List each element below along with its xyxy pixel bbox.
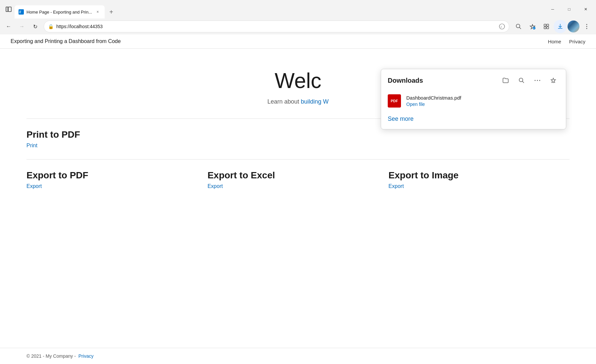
title-bar: // Home Page - Exporting and Prin... × +… (0, 0, 596, 19)
svg-text://: // (19, 10, 21, 14)
svg-point-20 (535, 80, 536, 81)
see-more-link[interactable]: See more (388, 115, 414, 122)
export-image-link[interactable]: Export (388, 183, 404, 189)
downloads-search-button[interactable] (516, 74, 527, 86)
site-nav: Exporting and Printing a Dashboard from … (0, 34, 596, 49)
url-bar[interactable]: 🔒 https://localhost:44353 ♪ (44, 21, 509, 32)
svg-text:+: + (533, 27, 535, 29)
svg-point-17 (586, 28, 587, 29)
url-text: https://localhost:44353 (56, 24, 496, 29)
svg-rect-1 (8, 7, 11, 12)
profile-button[interactable] (568, 21, 579, 32)
svg-point-16 (586, 26, 587, 27)
site-brand: Exporting and Printing a Dashboard from … (11, 38, 121, 44)
hero-subtitle-text: Learn about (267, 98, 301, 105)
export-image-item: Export to Image Export (388, 170, 570, 189)
read-aloud-icon: ♪ (499, 23, 505, 29)
back-button[interactable]: ← (3, 21, 15, 32)
export-pdf-heading: Export to PDF (26, 170, 208, 181)
export-pdf-item: Export to PDF Export (26, 170, 208, 189)
browser-chrome: // Home Page - Exporting and Prin... × +… (0, 0, 596, 364)
svg-rect-12 (544, 27, 546, 29)
export-pdf-link[interactable]: Export (26, 183, 42, 189)
nav-link-privacy[interactable]: Privacy (569, 39, 585, 44)
page-sections: Print to PDF Print Export to PDF Export … (0, 118, 596, 200)
export-image-heading: Export to Image (388, 170, 570, 181)
svg-rect-11 (547, 24, 549, 26)
nav-link-home[interactable]: Home (548, 39, 561, 44)
download-filename: DashboardChristmas.pdf (406, 95, 559, 101)
favorites-button[interactable]: + (526, 20, 539, 33)
tab-bar: // Home Page - Exporting and Prin... × + (15, 0, 545, 19)
svg-rect-13 (547, 27, 549, 29)
address-bar: ← → ↻ 🔒 https://localhost:44353 ♪ (0, 19, 596, 34)
svg-rect-10 (544, 24, 546, 26)
toolbar-right: + (512, 20, 593, 33)
export-excel-heading: Export to Excel (208, 170, 389, 181)
footer-text: © 2021 - My Company - (26, 353, 76, 359)
page-footer: © 2021 - My Company - Privacy (0, 348, 596, 364)
open-file-link[interactable]: Open file (406, 102, 425, 107)
tab-close-button[interactable]: × (95, 9, 101, 15)
lock-icon: 🔒 (48, 24, 54, 29)
downloads-open-folder-button[interactable] (500, 74, 512, 86)
pdf-file-icon: PDF (388, 94, 401, 108)
downloads-more-button[interactable] (531, 74, 543, 86)
close-button[interactable]: ✕ (578, 4, 593, 15)
svg-point-21 (537, 80, 538, 81)
collections-button[interactable] (540, 20, 553, 33)
downloads-button[interactable] (554, 20, 567, 33)
downloads-see-more: See more (381, 112, 566, 129)
svg-text:♪: ♪ (500, 25, 502, 28)
hero-subtitle-link[interactable]: building W (301, 98, 329, 105)
downloads-panel: Downloads (381, 69, 566, 129)
export-grid: Export to PDF Export Export to Excel Exp… (26, 159, 570, 200)
sidebar-toggle[interactable] (3, 3, 15, 15)
tab-title: Home Page - Exporting and Prin... (26, 10, 92, 15)
print-heading: Print to PDF (26, 129, 570, 140)
downloads-header: Downloads (381, 69, 566, 90)
maximize-button[interactable]: □ (562, 4, 577, 15)
address-bar-icons: ♪ (499, 23, 505, 29)
export-excel-item: Export to Excel Export (208, 170, 389, 189)
forward-button[interactable]: → (16, 21, 28, 32)
new-tab-button[interactable]: + (106, 7, 117, 17)
svg-point-15 (586, 24, 587, 25)
search-button[interactable] (512, 20, 525, 33)
downloads-title: Downloads (388, 77, 496, 84)
browser-tab-active[interactable]: // Home Page - Exporting and Prin... × (15, 5, 105, 19)
tab-favicon: // (19, 9, 24, 15)
footer-privacy-link[interactable]: Privacy (78, 353, 94, 359)
minimize-button[interactable]: ─ (545, 4, 560, 15)
downloads-item: PDF DashboardChristmas.pdf Open file (381, 90, 566, 112)
print-link[interactable]: Print (26, 143, 37, 148)
more-button[interactable] (580, 20, 593, 33)
downloads-pin-button[interactable] (547, 74, 559, 86)
svg-line-19 (522, 81, 524, 83)
svg-line-7 (520, 27, 521, 29)
download-file-info: DashboardChristmas.pdf Open file (406, 95, 559, 107)
window-controls: ─ □ ✕ (545, 4, 593, 15)
svg-rect-0 (6, 7, 8, 12)
refresh-button[interactable]: ↻ (29, 21, 41, 32)
webpage: Exporting and Printing a Dashboard from … (0, 34, 596, 364)
svg-point-22 (539, 80, 540, 81)
export-excel-link[interactable]: Export (208, 183, 223, 189)
